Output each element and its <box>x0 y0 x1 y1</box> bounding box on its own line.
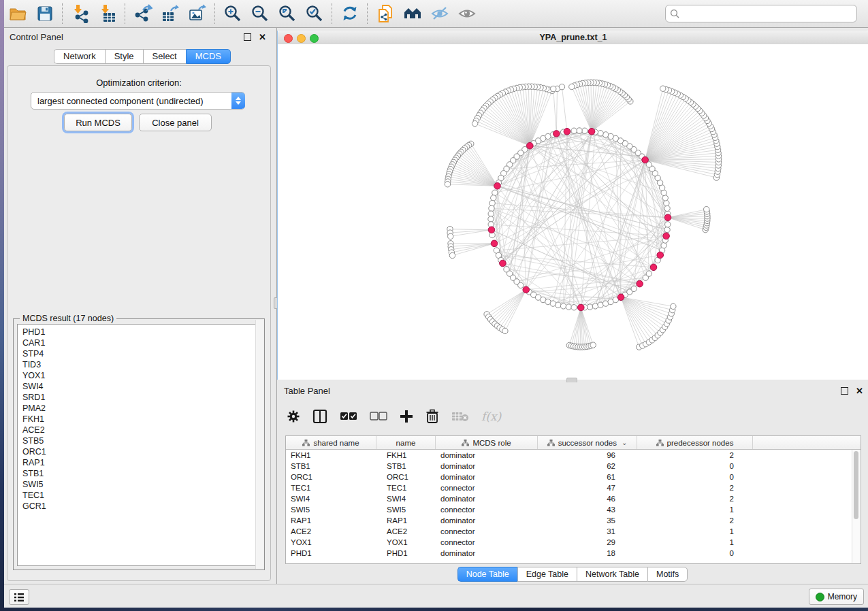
table-cell: 0 <box>637 462 753 470</box>
mcds-result-item[interactable]: STB5 <box>22 435 260 446</box>
clone-network-icon[interactable] <box>372 2 399 25</box>
toolbar-separator <box>367 3 368 24</box>
save-session-icon[interactable] <box>31 2 59 25</box>
task-history-button[interactable] <box>9 589 29 605</box>
refresh-icon[interactable] <box>336 2 364 25</box>
network-window-titlebar[interactable]: YPA_prune.txt_1 <box>278 31 868 45</box>
zoom-fit-icon[interactable] <box>274 2 301 25</box>
table-scrollbar-thumb[interactable] <box>854 451 858 519</box>
column-header-MCDS-role[interactable]: MCDS role <box>436 436 538 449</box>
table-row[interactable]: TEC1TEC1connector472 <box>286 482 861 493</box>
tab-motifs[interactable]: Motifs <box>647 567 688 582</box>
table-cell: RAP1 <box>286 516 376 525</box>
tab-style[interactable]: Style <box>105 49 143 64</box>
mcds-result-item[interactable]: SWI4 <box>22 381 260 392</box>
mcds-result-list[interactable]: PHD1CAR1STP4TID3YOX1SWI4SRD1PMA2FKH1ACE2… <box>17 324 261 566</box>
hide-selected-eye-icon[interactable] <box>426 2 453 25</box>
table-settings-gear-icon[interactable] <box>287 410 300 423</box>
table-scrollbar[interactable] <box>852 450 860 563</box>
table-cell: FKH1 <box>286 451 376 459</box>
column-header-successor-nodes[interactable]: successor nodes⌄ <box>538 436 637 449</box>
float-window-icon[interactable] <box>841 387 848 395</box>
table-row[interactable]: ORC1ORC1dominator610 <box>286 472 861 482</box>
table-row[interactable]: RAP1RAP1dominator352 <box>286 515 861 526</box>
close-window-icon[interactable]: ✕ <box>856 388 863 395</box>
mcds-result-item[interactable]: TID3 <box>22 359 260 370</box>
close-panel-button[interactable]: Close panel <box>139 114 212 131</box>
mcds-result-item[interactable]: CAR1 <box>22 337 260 348</box>
search-icon <box>670 9 679 18</box>
table-row[interactable]: STB1STB1dominator620 <box>286 461 861 472</box>
table-cell: 43 <box>538 506 637 514</box>
show-columns-icon[interactable] <box>312 409 327 424</box>
mcds-result-item[interactable]: SWI5 <box>22 479 260 490</box>
mcds-result-item[interactable]: PMA2 <box>22 403 260 414</box>
export-table-icon[interactable] <box>157 2 184 25</box>
table-toolbar: f(x) <box>287 403 501 430</box>
table-cell: 47 <box>538 484 637 492</box>
table-panel-tabbar: Node TableEdge TableNetwork TableMotifs <box>277 567 868 582</box>
network-graph[interactable] <box>278 44 868 380</box>
mcds-result-item[interactable]: ORC1 <box>22 446 260 457</box>
table-row[interactable]: PHD1PHD1dominator180 <box>286 548 861 559</box>
add-column-icon[interactable] <box>400 410 413 423</box>
table-panel-title: Table Panel <box>284 386 330 396</box>
zoom-in-icon[interactable] <box>219 2 246 25</box>
table-row[interactable]: SWI4SWI4dominator462 <box>286 493 861 504</box>
show-all-eye-icon[interactable] <box>453 2 481 25</box>
mcds-result-item[interactable]: TEC1 <box>22 490 260 501</box>
search-input[interactable] <box>683 8 852 19</box>
column-header-shared-name[interactable]: shared name <box>286 436 376 449</box>
column-header-name[interactable]: name <box>376 436 436 449</box>
table-row[interactable]: ACE2ACE2connector311 <box>286 526 861 537</box>
first-neighbors-icon[interactable] <box>399 2 426 25</box>
import-table-icon[interactable] <box>94 2 121 25</box>
close-window-icon[interactable]: ✕ <box>259 34 266 41</box>
tab-select[interactable]: Select <box>143 49 186 64</box>
mcds-result-item[interactable]: STP4 <box>22 348 260 359</box>
tab-network-table[interactable]: Network Table <box>577 567 647 582</box>
mcds-result-item[interactable]: SRD1 <box>22 392 260 403</box>
toolbar-separator <box>62 3 63 24</box>
deselect-all-rows-icon[interactable] <box>370 411 387 422</box>
delete-column-icon[interactable] <box>425 409 439 424</box>
tab-edge-table[interactable]: Edge Table <box>517 567 577 582</box>
mcds-result-item[interactable]: YOX1 <box>22 370 260 381</box>
table-cell: SWI4 <box>376 495 436 503</box>
mcds-result-item[interactable]: RAP1 <box>22 457 260 468</box>
table-cell: 2 <box>637 451 753 459</box>
memory-button[interactable]: Memory <box>809 589 864 605</box>
network-canvas[interactable] <box>278 44 868 380</box>
tab-mcds[interactable]: MCDS <box>186 49 231 64</box>
tab-network[interactable]: Network <box>54 49 105 64</box>
table-cell: 31 <box>538 527 637 535</box>
zoom-selected-icon[interactable] <box>301 2 328 25</box>
search-box[interactable] <box>665 5 857 22</box>
mcds-result-scrollbar[interactable] <box>255 320 263 569</box>
zoom-out-icon[interactable] <box>246 2 274 25</box>
table-cell: dominator <box>436 451 538 459</box>
optimization-criterion-select[interactable]: largest connected component (undirected) <box>31 92 245 110</box>
open-session-icon[interactable] <box>4 2 31 25</box>
table-row[interactable]: SWI5SWI5connector431 <box>286 504 861 515</box>
mcds-result-group: MCDS result (17 nodes) PHD1CAR1STP4TID3Y… <box>13 318 265 570</box>
mcds-result-item[interactable]: PHD1 <box>22 327 260 337</box>
table-row[interactable]: FKH1FKH1dominator962 <box>286 450 861 461</box>
control-panel-title: Control Panel <box>10 32 63 42</box>
node-table-rows: FKH1FKH1dominator962STB1STB1dominator620… <box>286 450 861 559</box>
mcds-result-item[interactable]: FKH1 <box>22 414 260 425</box>
select-all-rows-icon[interactable] <box>340 411 357 422</box>
tab-node-table[interactable]: Node Table <box>457 567 517 582</box>
network-window-title: YPA_prune.txt_1 <box>278 33 868 42</box>
mcds-result-item[interactable]: GCR1 <box>22 501 260 512</box>
mcds-result-item[interactable]: STB1 <box>22 468 260 479</box>
column-header-predecessor-nodes[interactable]: predecessor nodes <box>637 436 753 449</box>
column-type-icon <box>302 440 310 446</box>
export-image-icon[interactable] <box>184 2 211 25</box>
export-network-icon[interactable] <box>129 2 157 25</box>
run-mcds-button[interactable]: Run MCDS <box>64 114 132 131</box>
mcds-result-item[interactable]: ACE2 <box>22 425 260 435</box>
table-row[interactable]: YOX1YOX1connector291 <box>286 537 861 548</box>
import-network-icon[interactable] <box>67 2 94 25</box>
float-window-icon[interactable] <box>244 33 251 41</box>
